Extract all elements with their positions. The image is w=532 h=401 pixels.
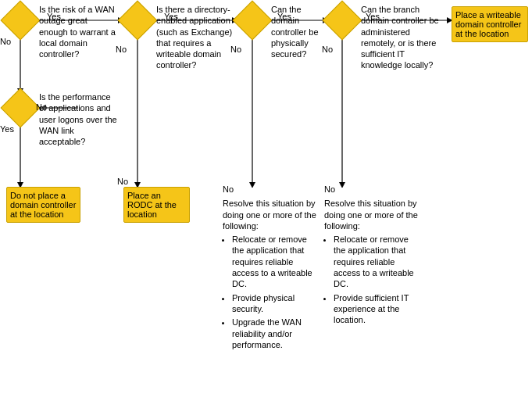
diamond-d3 <box>233 1 273 41</box>
no-label-r1-above: No <box>223 184 320 195</box>
terminal-t3: Place an RODC at the location <box>123 187 190 223</box>
terminal-t1: Place a writeable domain controller at t… <box>452 6 528 42</box>
diamond-d1 <box>1 1 41 41</box>
resolve-r2-item-1: Relocate or remove the application that … <box>334 234 418 289</box>
yes-label-d1-d2: Yes <box>47 11 61 22</box>
resolve-r2-list: Relocate or remove the application that … <box>324 234 418 325</box>
yes-label-d5: Yes <box>0 124 14 134</box>
no-label-d3: No <box>230 44 241 55</box>
terminal-t2: Do not place a domain controller at the … <box>6 187 80 223</box>
no-label-d5: No <box>36 102 47 113</box>
no-label-d4: No <box>322 44 333 55</box>
resolve-r1-item-2: Provide physical security. <box>232 292 320 315</box>
resolve-r1-list: Relocate or remove the application that … <box>223 234 320 350</box>
no-label-d2: No <box>116 44 127 55</box>
diamond-d5 <box>1 88 41 128</box>
resolve-r1-item-3: Upgrade the WAN reliability and/or perfo… <box>232 317 320 350</box>
no-label-r2-above: No <box>324 184 418 195</box>
flowchart: Is the risk of a WAN outage great enough… <box>0 0 532 401</box>
yes-label-d2-d3: Yes <box>164 11 178 22</box>
no-label-d1: No <box>0 36 11 47</box>
label-d5: Is the performance of applications and u… <box>39 91 117 147</box>
yes-label-d3-d4: Yes <box>277 11 291 22</box>
resolve-r2-header: Resolve this situation by doing one or m… <box>324 198 418 231</box>
no-label-t3-above: No <box>117 176 128 187</box>
diamond-d4 <box>323 1 362 41</box>
resolve-r1-header: Resolve this situation by doing one or m… <box>223 198 320 231</box>
resolve-r1: No Resolve this situation by doing one o… <box>223 184 320 353</box>
yes-label-d4-t1: Yes <box>366 11 380 22</box>
resolve-r2-item-2: Provide sufficient IT experience at the … <box>334 292 418 326</box>
resolve-r2: No Resolve this situation by doing one o… <box>324 184 418 328</box>
resolve-r1-item-1: Relocate or remove the application that … <box>232 234 320 289</box>
diamond-d2 <box>118 1 158 41</box>
